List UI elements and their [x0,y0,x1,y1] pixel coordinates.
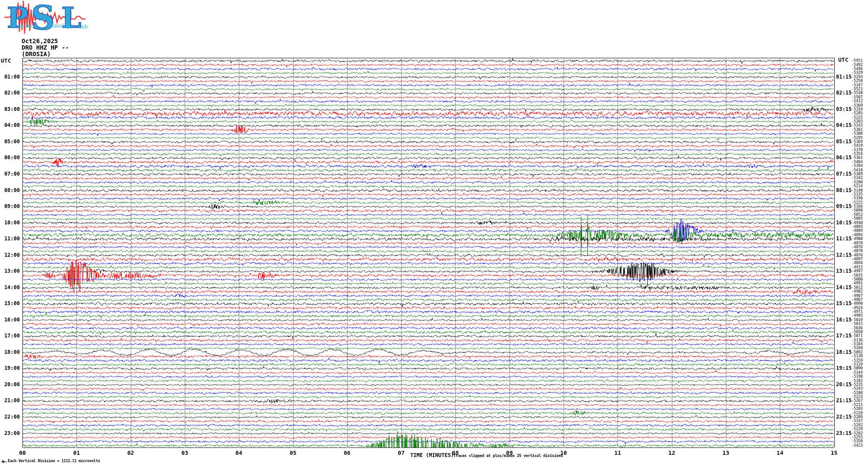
minute-tick-label: 14 [774,450,786,456]
trace-offset-value: -5005 [852,217,863,220]
vertical-division-note: Each Vertical Division = 1111.11 microvo… [8,459,100,463]
minute-tick-label: 12 [666,450,678,456]
trace-offset-value: -5229 [852,427,863,431]
left-time-label: 01:00 [0,74,20,79]
right-time-label: 04:15 [836,123,852,128]
right-time-label: 09:15 [836,204,852,209]
right-time-label: 20:15 [836,382,852,387]
right-time-label: 08:15 [836,188,852,193]
logo-word-atras: atras [17,22,32,29]
left-time-label: 13:00 [0,268,20,274]
minute-tick-label: 06 [342,450,353,456]
record-date: Oct26,2025 [22,38,58,44]
minute-tick-label: 11 [612,450,623,456]
right-time-label: 22:15 [836,414,852,419]
right-time-label: 11:15 [836,236,852,241]
left-time-label: 08:00 [0,188,20,193]
trace-offset-value: -5394 [852,164,863,168]
right-time-label: 15:15 [836,301,852,306]
trace-offset-value: -5015 [852,322,863,326]
right-time-label: 02:15 [836,90,852,95]
right-time-label: 18:15 [836,350,852,355]
trace-offset-value: -5538 [852,91,863,95]
helicorder-canvas [0,0,868,466]
left-time-label: 15:00 [0,301,20,306]
right-time-label: 07:15 [836,171,852,176]
right-time-label: 16:15 [836,317,852,322]
logo-letter-l: L [61,1,81,35]
utc-label-left: UTC [1,58,11,63]
clip-note: Traces clipped at plus/minus 25 vertical… [453,454,563,458]
left-time-label: 11:00 [0,236,20,241]
left-time-label: 09:00 [0,204,20,209]
trace-offset-value: -5190 [852,196,863,200]
left-time-label: 06:00 [0,155,20,160]
minute-tick-label: 05 [288,450,299,456]
minute-tick-label: 03 [179,450,190,456]
trace-offset-value: -5203 [852,407,863,411]
minute-tick-label: 13 [720,450,732,456]
left-time-label: 23:00 [0,431,20,436]
utc-label-right: UTC [838,57,848,63]
left-time-label: 22:00 [0,414,20,419]
logo-letter-s: S [31,0,55,35]
trace-offset-value: -4878 [852,249,863,253]
left-time-label: 07:00 [0,171,20,176]
trace-offset-value: -4900 [852,237,863,241]
left-time-label: 02:00 [0,90,20,95]
trace-offset-value: -5423 [852,444,863,447]
right-time-label: 03:15 [836,107,852,112]
left-time-label: 03:00 [0,107,20,112]
psl-logo: P S L atras eismology ab [3,0,88,35]
right-time-label: 10:15 [836,220,852,225]
x-axis-title: TIME (MINUTES) [410,453,454,458]
left-time-label: 14:00 [0,285,20,290]
minute-tick-label: 07 [396,450,407,456]
trace-offset-value: -5951 [852,59,863,63]
trace-offset-value: -5308 [852,132,863,135]
trace-offset-value: -4991 [852,281,863,285]
tiny-waveform-icon [1,459,7,463]
trace-offset-value: -4890 [852,302,863,305]
minute-tick-label: 01 [71,450,82,456]
left-time-label: 12:00 [0,252,20,258]
right-time-label: 12:15 [836,252,852,258]
minute-tick-label: 04 [233,450,244,456]
right-time-label: 21:15 [836,398,852,403]
minute-tick-label: 02 [125,450,136,456]
left-time-label: 18:00 [0,350,20,355]
right-time-label: 23:15 [836,431,852,436]
left-time-label: 04:00 [0,123,20,128]
left-time-label: 21:00 [0,398,20,403]
logo-word-eismology: eismology [45,22,74,29]
trace-offset-value: -5419 [852,144,863,148]
right-time-label: 06:15 [836,155,852,160]
trace-offset-value: -5139 [852,354,863,358]
left-time-label: 20:00 [0,382,20,387]
right-time-label: 14:15 [836,285,852,290]
logo-letter-p: P [7,1,29,35]
right-time-label: 13:15 [836,268,852,274]
left-time-label: 16:00 [0,317,20,322]
trace-offset-value: -5412 [852,99,863,103]
trace-offset-value: -5214 [852,184,863,188]
trace-offset-value: -5285 [852,111,863,115]
trace-offset-value: -4997 [852,269,863,273]
right-time-label: 17:15 [836,333,852,338]
left-time-label: 19:00 [0,365,20,371]
station-name: (DROSIA) [22,51,51,57]
helicorder-page: P S L atras eismology ab Oct26,2025 DRO … [0,0,868,466]
minute-tick-label: 00 [17,450,28,456]
right-time-label: 01:15 [836,74,852,79]
trace-offset-value: -5243 [852,387,863,390]
right-time-label: 19:15 [836,365,852,371]
trace-offset-value: -5358 [852,439,863,443]
trace-offset-value: -5071 [852,334,863,338]
trace-offset-value: -5258 [852,79,863,83]
logo-word-ab: ab [80,23,88,30]
minute-tick-label: 15 [829,450,840,456]
left-time-label: 17:00 [0,333,20,338]
left-time-label: 10:00 [0,220,20,225]
station-code: DRO HHZ HP -- [22,44,69,50]
left-time-label: 05:00 [0,139,20,144]
